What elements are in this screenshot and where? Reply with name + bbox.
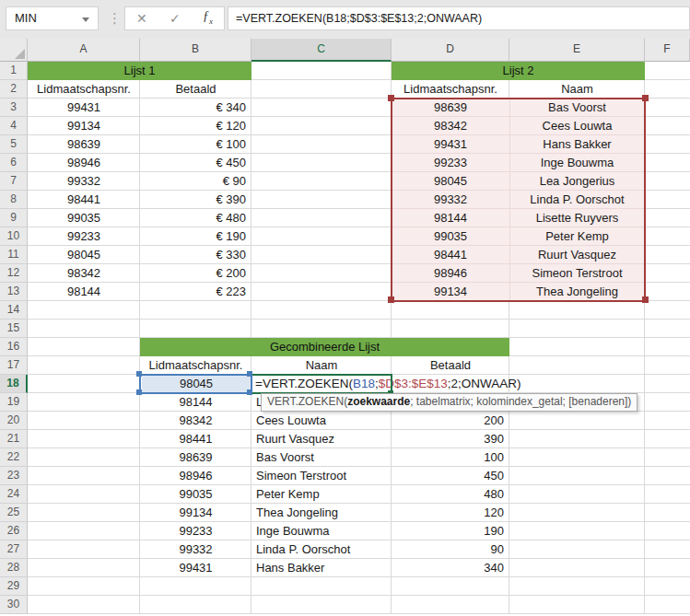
row-header-14[interactable]: 14 [0, 301, 28, 320]
column-header-A[interactable]: A [28, 39, 140, 62]
cell-A6[interactable]: 98946 [28, 154, 140, 172]
row-header-21[interactable]: 21 [0, 430, 28, 448]
row-header-8[interactable]: 8 [0, 191, 28, 209]
cell-reference-handle[interactable] [136, 389, 142, 395]
table-title-gecombineerde-lijst[interactable]: Gecombineerde Lijst [140, 338, 509, 356]
row-header-13[interactable]: 13 [0, 283, 28, 301]
cell-A9[interactable]: 99035 [28, 209, 140, 227]
enter-icon[interactable]: ✓ [170, 7, 181, 29]
cell-B28[interactable]: 99431 [140, 559, 251, 577]
row-header-2[interactable]: 2 [0, 80, 28, 99]
cell-B2[interactable]: Betaald [140, 80, 251, 99]
cell-B11[interactable]: € 330 [140, 246, 251, 264]
cell-B3[interactable]: € 340 [140, 99, 251, 117]
cell-B27[interactable]: 99332 [140, 540, 251, 559]
cell-A13[interactable]: 98144 [28, 283, 140, 301]
column-header-C[interactable]: C [251, 39, 392, 62]
cell-D22[interactable]: 100 [392, 448, 509, 467]
row-header-20[interactable]: 20 [0, 412, 28, 430]
row-header-7[interactable]: 7 [0, 172, 28, 191]
row-header-29[interactable]: 29 [0, 577, 28, 596]
cell-reference-handle[interactable] [247, 389, 252, 395]
row-header-28[interactable]: 28 [0, 559, 28, 577]
cell-reference-handle[interactable] [136, 371, 142, 377]
cell-A7[interactable]: 99332 [28, 172, 140, 191]
select-all-corner[interactable] [0, 39, 28, 62]
cell-B7[interactable]: € 90 [140, 172, 251, 191]
cell-B25[interactable]: 99134 [140, 504, 251, 522]
cell-C20[interactable]: Cees Louwta [251, 412, 392, 430]
cell-B12[interactable]: € 200 [140, 264, 251, 283]
cell-B9[interactable]: € 480 [140, 209, 251, 227]
formula-bar-input[interactable]: =VERT.ZOEKEN(B18;$D$3:$E$13;2;ONWAAR) [228, 6, 690, 30]
row-header-12[interactable]: 12 [0, 264, 28, 283]
cell-D21[interactable]: 390 [392, 430, 509, 448]
row-header-27[interactable]: 27 [0, 540, 28, 559]
row-header-15[interactable]: 15 [0, 320, 28, 338]
row-header-3[interactable]: 3 [0, 99, 28, 117]
column-header-E[interactable]: E [509, 39, 645, 62]
cancel-icon[interactable]: ✕ [136, 7, 147, 29]
cell-C26[interactable]: Inge Bouwma [251, 522, 392, 540]
cell-D20[interactable]: 200 [392, 412, 509, 430]
row-header-30[interactable]: 30 [0, 596, 28, 614]
range-resize-handle[interactable] [388, 95, 394, 101]
range-resize-handle[interactable] [388, 296, 394, 303]
cell-B13[interactable]: € 223 [140, 283, 251, 301]
cell-D2[interactable]: Lidmaatschapsnr. [392, 80, 509, 99]
name-box[interactable]: MIN [6, 6, 99, 30]
column-header-F[interactable]: F [645, 39, 690, 62]
cell-D27[interactable]: 90 [392, 540, 509, 559]
cell-B22[interactable]: 98639 [140, 448, 251, 467]
cell-C21[interactable]: Ruurt Vasquez [251, 430, 392, 448]
cell-B17[interactable]: Lidmaatschapsnr. [140, 356, 251, 375]
cell-B8[interactable]: € 390 [140, 191, 251, 209]
column-header-B[interactable]: B [140, 39, 251, 62]
row-header-16[interactable]: 16 [0, 338, 28, 356]
cell-B6[interactable]: € 450 [140, 154, 251, 172]
cell-D23[interactable]: 450 [392, 467, 509, 485]
cell-D17[interactable]: Betaald [392, 356, 509, 375]
cell-C22[interactable]: Bas Voorst [251, 448, 392, 467]
cell-A2[interactable]: Lidmaatschapsnr. [28, 80, 140, 99]
row-header-11[interactable]: 11 [0, 246, 28, 264]
cell-B23[interactable]: 98946 [140, 467, 251, 485]
cell-B21[interactable]: 98441 [140, 430, 251, 448]
formula-bar-splitter-icon[interactable]: ⋮ [108, 8, 122, 29]
cell-E2[interactable]: Naam [509, 80, 645, 99]
cell-D28[interactable]: 340 [392, 559, 509, 577]
row-header-24[interactable]: 24 [0, 485, 28, 504]
cell-A11[interactable]: 98045 [28, 246, 140, 264]
cell-reference-border[interactable] [139, 374, 252, 394]
range-resize-handle[interactable] [642, 95, 649, 101]
cell-A12[interactable]: 98342 [28, 264, 140, 283]
cell-B10[interactable]: € 190 [140, 227, 251, 246]
cell-C25[interactable]: Thea Jongeling [251, 504, 392, 522]
cell-A3[interactable]: 99431 [28, 99, 140, 117]
cell-C17[interactable]: Naam [251, 356, 392, 375]
row-header-6[interactable]: 6 [0, 154, 28, 172]
cell-B4[interactable]: € 120 [140, 117, 251, 135]
cell-A5[interactable]: 98639 [28, 135, 140, 154]
cell-C28[interactable]: Hans Bakker [251, 559, 392, 577]
row-header-1[interactable]: 1 [0, 62, 28, 80]
row-header-19[interactable]: 19 [0, 393, 28, 412]
row-header-5[interactable]: 5 [0, 135, 28, 154]
row-header-18[interactable]: 18 [0, 375, 28, 393]
cell-B19[interactable]: 98144 [140, 393, 251, 412]
range-resize-handle[interactable] [642, 296, 649, 303]
row-header-26[interactable]: 26 [0, 522, 28, 540]
cell-B26[interactable]: 99233 [140, 522, 251, 540]
row-header-10[interactable]: 10 [0, 227, 28, 246]
row-header-9[interactable]: 9 [0, 209, 28, 227]
cell-C23[interactable]: Simeon Terstroot [251, 467, 392, 485]
row-header-25[interactable]: 25 [0, 504, 28, 522]
table-title-lijst2[interactable]: Lijst 2 [392, 62, 645, 80]
cell-B20[interactable]: 98342 [140, 412, 251, 430]
range-reference-border[interactable] [391, 98, 646, 302]
row-header-4[interactable]: 4 [0, 117, 28, 135]
name-box-dropdown-icon[interactable] [82, 17, 89, 22]
cell-D26[interactable]: 190 [392, 522, 509, 540]
cell-D24[interactable]: 480 [392, 485, 509, 504]
cell-B5[interactable]: € 100 [140, 135, 251, 154]
